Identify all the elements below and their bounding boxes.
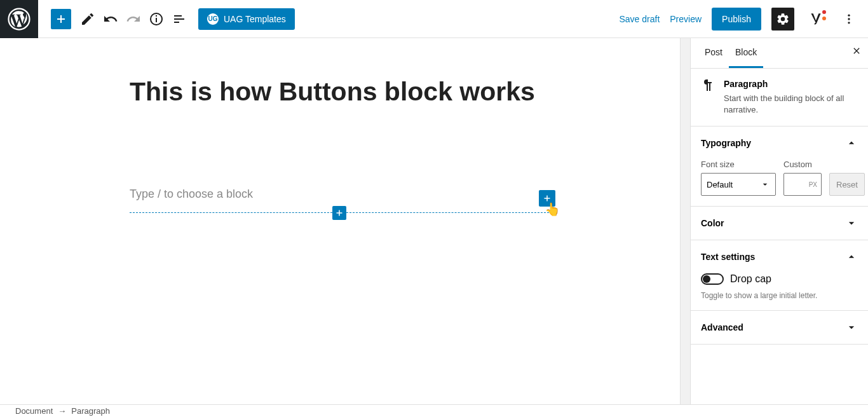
chevron-down-icon [760,179,770,189]
chevron-up-icon [845,250,858,263]
typography-panel: Typography Font size Default Custom [691,126,868,207]
info-icon[interactable] [145,8,168,31]
settings-sidebar: Post Block Paragraph Start with the buil… [690,38,868,404]
custom-label: Custom [783,160,822,169]
save-draft-button[interactable]: Save draft [619,14,660,24]
breadcrumb-document[interactable]: Document [15,406,53,416]
svg-point-6 [848,22,850,24]
main-area: This is how Buttons block works Type / t… [0,38,868,404]
paragraph-placeholder: Type / to choose a block [130,184,549,205]
block-insert-divider: 👆 [130,212,549,213]
svg-point-5 [848,18,850,20]
tab-block[interactable]: Block [729,38,763,68]
drop-cap-label: Drop cap [730,273,771,285]
yoast-button[interactable] [804,8,827,31]
more-options-button[interactable] [837,8,860,31]
edit-icon[interactable] [76,8,99,31]
typography-header[interactable]: Typography [691,126,868,160]
reset-button[interactable]: Reset [829,173,865,196]
insert-block-right-button[interactable] [539,190,555,207]
advanced-panel: Advanced [691,311,868,345]
svg-rect-3 [156,15,157,17]
drop-cap-toggle[interactable] [701,273,724,285]
svg-rect-2 [156,18,157,22]
color-header[interactable]: Color [691,207,868,240]
breadcrumb-arrow: → [58,406,66,416]
paragraph-icon [701,79,716,94]
tab-post[interactable]: Post [698,38,729,68]
toolbar-left: UG UAG Templates [38,8,295,31]
uag-templates-button[interactable]: UG UAG Templates [198,8,295,30]
paragraph-block[interactable]: Type / to choose a block 👆 [130,184,549,213]
vertical-scrollbar[interactable] [680,38,690,404]
toolbar-right: Save draft Preview Publish [619,8,868,31]
wordpress-logo[interactable] [0,0,38,38]
close-sidebar-button[interactable] [851,46,862,58]
chevron-up-icon [845,137,858,149]
block-description: Start with the building block of all nar… [724,93,858,116]
redo-icon[interactable] [122,8,145,31]
drop-cap-help: Toggle to show a large initial letter. [701,291,858,300]
sidebar-tabs: Post Block [691,38,868,69]
custom-font-size-input[interactable]: PX [783,173,822,196]
block-info: Paragraph Start with the building block … [691,69,868,126]
chevron-down-icon [845,217,858,229]
text-settings-panel: Text settings Drop cap Toggle to show a … [691,240,868,311]
uag-badge: UG [207,13,219,25]
undo-icon[interactable] [99,8,122,31]
uag-label: UAG Templates [224,14,286,24]
settings-button[interactable] [771,8,794,31]
breadcrumb-current[interactable]: Paragraph [71,406,110,416]
block-title: Paragraph [724,79,858,89]
font-size-label: Font size [701,160,776,169]
preview-button[interactable]: Preview [670,14,702,24]
advanced-header[interactable]: Advanced [691,311,868,344]
insert-block-center-button[interactable] [332,206,346,220]
top-toolbar: UG UAG Templates Save draft Preview Publ… [0,0,868,38]
chevron-down-icon [845,321,858,334]
post-title[interactable]: This is how Buttons block works [130,76,549,107]
text-settings-header[interactable]: Text settings [691,240,868,273]
outline-icon[interactable] [168,8,191,31]
svg-point-4 [848,14,850,16]
publish-button[interactable]: Publish [712,8,761,31]
editor-canvas[interactable]: This is how Buttons block works Type / t… [0,38,680,404]
font-size-select[interactable]: Default [701,173,776,196]
color-panel: Color [691,207,868,240]
breadcrumb: Document → Paragraph [0,404,868,417]
add-block-button[interactable] [51,9,71,29]
